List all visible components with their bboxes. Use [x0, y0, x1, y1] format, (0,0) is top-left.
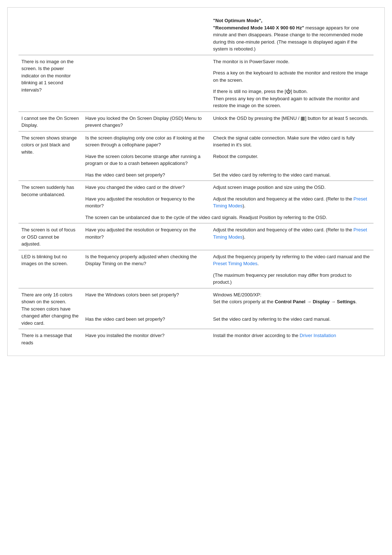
solution-cell: Set the video card by referring to the v… [210, 169, 373, 181]
not-optimum-label: "Not Optimum Mode", [213, 18, 262, 23]
solution-cell: The monitor is in PowerSaver mode. [210, 55, 373, 67]
control-panel-text: Control Panel → Display → Settings [275, 299, 355, 304]
solution-text: Adjust the resolution and frequency of t… [213, 227, 367, 240]
solution-cell: Check the signal cable connection. Make … [210, 131, 373, 151]
check-text: Have the screen colors become strange af… [85, 154, 200, 166]
solution-text: Set the video card by referring to the v… [213, 316, 331, 322]
symptom-text: The screen shows strange colors or just … [21, 135, 77, 155]
check-text: The screen can be unbalanced due to the … [85, 215, 327, 220]
solution-text: (The maximum frequency per resolution ma… [213, 272, 351, 285]
symptom-cell [19, 15, 82, 55]
solution-cell: Reboot the computer. [210, 151, 373, 169]
page-container: "Not Optimum Mode", "Recommended Mode 14… [7, 7, 385, 356]
check-cell: Have you adjusted the resolution or freq… [82, 223, 210, 250]
recommended-mode-label: "Recommended Mode 1440 X 900 60 Hz" [213, 25, 304, 31]
preset-timing-link[interactable]: Preset Timing Modes [213, 261, 257, 266]
solution-text: Adjust screen image position and size us… [213, 185, 326, 190]
table-row: The screen is out of focus or OSD cannot… [19, 223, 373, 250]
check-cell [82, 67, 210, 86]
solution-text: Set the video card by referring to the v… [213, 172, 331, 178]
symptom-cell: There is no image on the screen. Is the … [19, 55, 82, 112]
solution-text: Reboot the computer. [213, 154, 258, 159]
check-cell: Have the screen colors become strange af… [82, 151, 210, 169]
symptom-text: There is a message that reads [21, 333, 72, 345]
solution-cell: Adjust the resolution and frequency at t… [210, 193, 373, 212]
symptom-text: There are only 16 colors shown on the sc… [21, 292, 79, 326]
symptom-cell: There are only 16 colors shown on the sc… [19, 288, 82, 329]
check-cell: Is the screen displaying only one color … [82, 131, 210, 151]
solution-cell: Unlock the OSD by pressing the [MENU / ▦… [210, 112, 373, 131]
check-cell: Have you locked the On Screen Display (O… [82, 112, 210, 131]
symptom-cell: The screen shows strange colors or just … [19, 131, 82, 181]
symptom-text: There is no image on the screen. Is the … [21, 59, 74, 93]
solution-text: Install the monitor driver according to … [213, 333, 336, 338]
check-text: Has the video card been set properly? [85, 172, 165, 178]
solution-text: "Not Optimum Mode", "Recommended Mode 14… [213, 18, 363, 52]
preset-timing-link[interactable]: Preset Timing Modes [213, 196, 367, 209]
solution-cell: Install the monitor driver according to … [210, 329, 373, 349]
symptom-text: The screen is out of focus or OSD cannot… [21, 227, 75, 247]
symptom-cell: LED is blinking but no images on the scr… [19, 250, 82, 288]
check-cell: Has the video card been set properly? [82, 169, 210, 181]
check-text: Have you locked the On Screen Display (O… [85, 116, 202, 128]
table-row: There are only 16 colors shown on the sc… [19, 288, 373, 313]
table-row: There is a message that reads Have you i… [19, 329, 373, 349]
symptom-cell: The screen suddenly has become unbalance… [19, 181, 82, 223]
symptom-text: I cannot see the On Screen Display. [21, 116, 79, 128]
solution-text: Press a key on the keyboard to activate … [213, 70, 368, 83]
check-text: Has the video card been set properly? [85, 316, 165, 322]
check-cell: Have you adjusted the resolution or freq… [82, 193, 210, 212]
solution-text: Adjust the resolution and frequency at t… [213, 196, 367, 209]
check-text: Have you adjusted the resolution or freq… [85, 227, 196, 240]
check-cell [82, 15, 210, 55]
solution-cell: If there is still no image, press the [⏻… [210, 86, 373, 112]
table-row: I cannot see the On Screen Display. Have… [19, 112, 373, 131]
troubleshooting-table: "Not Optimum Mode", "Recommended Mode 14… [19, 15, 373, 348]
solution-cell: "Not Optimum Mode", "Recommended Mode 14… [210, 15, 373, 55]
table-row: LED is blinking but no images on the scr… [19, 250, 373, 270]
solution-cell: Press a key on the keyboard to activate … [210, 67, 373, 86]
solution-cell: Adjust screen image position and size us… [210, 181, 373, 193]
solution-text: Adjust the frequency properly by referri… [213, 254, 369, 267]
check-cell: Have you installed the monitor driver? [82, 329, 210, 349]
check-text: Have you adjusted the resolution or freq… [85, 196, 195, 209]
check-text: Is the frequency properly adjusted when … [85, 254, 197, 267]
check-text: Have you installed the monitor driver? [85, 333, 164, 338]
preset-timing-link[interactable]: Preset Timing Modes [213, 227, 367, 240]
solution-cell: Windows ME/2000/XP:Set the colors proper… [210, 288, 373, 313]
symptom-text: The screen suddenly has become unbalance… [21, 185, 74, 197]
check-text: Have the Windows colors been set properl… [85, 292, 179, 297]
check-cell: Is the frequency properly adjusted when … [82, 250, 210, 270]
check-cell [82, 55, 210, 67]
solution-cell: Adjust the resolution and frequency of t… [210, 223, 373, 250]
solution-cell: Set the video card by referring to the v… [210, 313, 373, 329]
check-cell: Have you changed the video card or the d… [82, 181, 210, 193]
solution-cell: (The maximum frequency per resolution ma… [210, 270, 373, 288]
symptom-cell: I cannot see the On Screen Display. [19, 112, 82, 131]
check-cell: Have the Windows colors been set properl… [82, 288, 210, 313]
solution-text: The monitor is in PowerSaver mode. [213, 59, 289, 64]
solution-text: Windows ME/2000/XP:Set the colors proper… [213, 292, 357, 305]
table-row: "Not Optimum Mode", "Recommended Mode 14… [19, 15, 373, 55]
check-cell [82, 86, 210, 112]
symptom-text: LED is blinking but no images on the scr… [21, 254, 68, 267]
check-cell: The screen can be unbalanced due to the … [82, 212, 373, 223]
table-row: The screen suddenly has become unbalance… [19, 181, 373, 193]
check-text: Have you changed the video card or the d… [85, 185, 185, 190]
solution-text: Check the signal cable connection. Make … [213, 135, 355, 148]
symptom-cell: The screen is out of focus or OSD cannot… [19, 223, 82, 250]
solution-text: Unlock the OSD by pressing the [MENU / ▦… [213, 116, 368, 121]
check-cell [82, 270, 210, 288]
driver-installation-link[interactable]: Driver Installation [300, 333, 336, 338]
table-row: There is no image on the screen. Is the … [19, 55, 373, 67]
check-text: Is the screen displaying only one color … [85, 135, 205, 148]
solution-text: If there is still no image, press the [⏻… [213, 89, 359, 108]
symptom-cell: There is a message that reads [19, 329, 82, 349]
solution-cell: Adjust the frequency properly by referri… [210, 250, 373, 270]
check-cell: Has the video card been set properly? [82, 313, 210, 329]
table-row: The screen shows strange colors or just … [19, 131, 373, 151]
